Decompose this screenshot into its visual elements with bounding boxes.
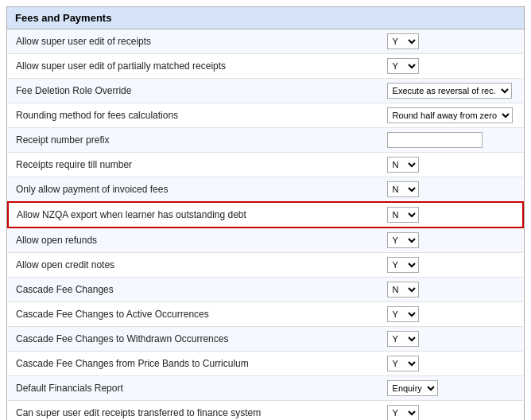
table-row: Fee Deletion Role OverrideExecute as rev…: [8, 79, 523, 103]
setting-control[interactable]: YN: [379, 278, 523, 302]
setting-control[interactable]: YN: [379, 253, 523, 278]
setting-control[interactable]: YN: [379, 327, 523, 352]
setting-select[interactable]: EnquiryReport: [387, 380, 438, 396]
table-row: Cascade Fee ChangesYN: [8, 278, 523, 302]
setting-control[interactable]: YN: [379, 302, 523, 327]
table-row: Allow open credit notesYN: [8, 253, 523, 278]
setting-label: Cascade Fee Changes to Withdrawn Occurre…: [8, 327, 379, 352]
setting-label: Cascade Fee Changes: [8, 278, 379, 302]
setting-label: Allow super user edit of receipts: [8, 29, 379, 54]
setting-label: Can super user edit receipts transferred…: [8, 401, 379, 421]
setting-control[interactable]: [379, 128, 523, 153]
setting-select[interactable]: YN: [387, 157, 419, 173]
setting-select[interactable]: YN: [387, 181, 419, 197]
setting-select[interactable]: YN: [387, 405, 419, 420]
setting-label: Cascade Fee Changes from Price Bands to …: [8, 352, 379, 376]
table-row: Cascade Fee Changes to Active Occurrence…: [8, 302, 523, 327]
setting-label: Allow NZQA export when learner has outst…: [8, 202, 379, 228]
setting-control[interactable]: YN: [379, 401, 523, 421]
setting-select[interactable]: YN: [387, 232, 419, 248]
setting-control[interactable]: YN: [379, 352, 523, 376]
setting-select[interactable]: YN: [387, 356, 419, 371]
setting-control[interactable]: YN: [379, 153, 523, 177]
table-row: Rounding method for fees calculationsRou…: [8, 103, 523, 128]
setting-label: Default Financials Report: [8, 376, 379, 401]
table-row: Allow NZQA export when learner has outst…: [8, 202, 523, 228]
table-row: Receipt number prefix: [8, 128, 523, 153]
table-row: Default Financials ReportEnquiryReport: [8, 376, 523, 401]
setting-select[interactable]: YN: [387, 331, 419, 347]
table-row: Can super user edit receipts transferred…: [8, 401, 523, 421]
setting-select[interactable]: YN: [387, 207, 419, 223]
table-row: Cascade Fee Changes to Withdrawn Occurre…: [8, 327, 523, 352]
setting-label: Allow super user edit of partially match…: [8, 54, 379, 79]
fees-payments-panel: Fees and Payments Allow super user edit …: [6, 6, 525, 420]
setting-label: Rounding method for fees calculations: [8, 103, 379, 128]
table-row: Cascade Fee Changes from Price Bands to …: [8, 352, 523, 376]
table-row: Receipts require till numberYN: [8, 153, 523, 177]
settings-table: Allow super user edit of receiptsYNAllow…: [7, 29, 524, 420]
setting-select[interactable]: YN: [387, 58, 419, 74]
setting-control[interactable]: YN: [379, 202, 523, 228]
setting-control[interactable]: YN: [379, 29, 523, 54]
setting-label: Only allow payment of invoiced fees: [8, 177, 379, 203]
setting-control[interactable]: Round half away from zeroRound half upRo…: [379, 103, 523, 128]
setting-label: Fee Deletion Role Override: [8, 79, 379, 103]
panel-title: Fees and Payments: [7, 7, 524, 29]
setting-label: Allow open credit notes: [8, 253, 379, 278]
setting-select[interactable]: Round half away from zeroRound half upRo…: [387, 107, 513, 123]
table-row: Only allow payment of invoiced feesYN: [8, 177, 523, 203]
table-row: Allow open refundsYN: [8, 228, 523, 253]
setting-label: Cascade Fee Changes to Active Occurrence…: [8, 302, 379, 327]
setting-control[interactable]: EnquiryReport: [379, 376, 523, 401]
setting-control[interactable]: Execute as reversal of rec.Other: [379, 79, 523, 103]
setting-select[interactable]: YN: [387, 33, 419, 49]
setting-control[interactable]: YN: [379, 54, 523, 79]
setting-text-input[interactable]: [387, 132, 483, 148]
setting-select[interactable]: YN: [387, 282, 419, 298]
setting-label: Allow open refunds: [8, 228, 379, 253]
table-row: Allow super user edit of receiptsYN: [8, 29, 523, 54]
setting-select[interactable]: Execute as reversal of rec.Other: [387, 83, 512, 99]
setting-control[interactable]: YN: [379, 228, 523, 253]
setting-select[interactable]: YN: [387, 306, 419, 322]
table-row: Allow super user edit of partially match…: [8, 54, 523, 79]
setting-control[interactable]: YN: [379, 177, 523, 203]
setting-select[interactable]: YN: [387, 257, 419, 273]
setting-label: Receipts require till number: [8, 153, 379, 177]
setting-label: Receipt number prefix: [8, 128, 379, 153]
